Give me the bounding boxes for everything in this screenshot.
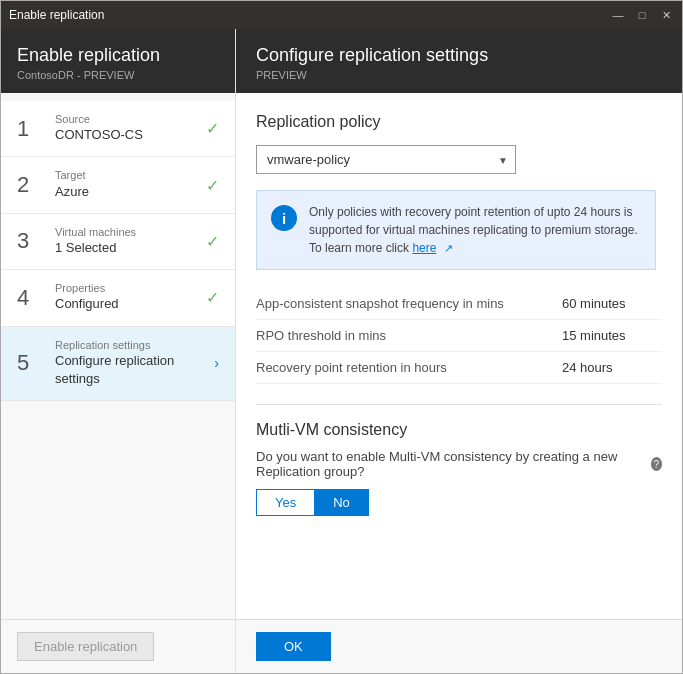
section-divider [256, 404, 662, 405]
info-icon: i [271, 205, 297, 231]
step-4-check-icon: ✓ [206, 288, 219, 307]
step-2-value: Azure [55, 183, 198, 201]
right-panel-title: Configure replication settings [256, 45, 662, 66]
replication-policy-title: Replication policy [256, 113, 662, 131]
steps-list: 1 Source CONTOSO-CS ✓ 2 Target Azure ✓ [1, 93, 235, 619]
info-box: i Only policies with recovery point rete… [256, 190, 656, 270]
right-footer: OK [236, 619, 682, 673]
right-panel: Configure replication settings PREVIEW R… [236, 29, 682, 673]
left-panel-subtitle: ContosoDR - PREVIEW [17, 69, 219, 81]
step-3-info: Virtual machines 1 Selected [55, 226, 198, 257]
step-4-label: Properties [55, 282, 198, 295]
no-button[interactable]: No [314, 489, 369, 516]
step-4-info: Properties Configured [55, 282, 198, 313]
close-button[interactable]: ✕ [658, 9, 674, 22]
titlebar-controls: — □ ✕ [610, 9, 674, 22]
multvm-question: Do you want to enable Multi-VM consisten… [256, 449, 662, 479]
step-2-target[interactable]: 2 Target Azure ✓ [1, 157, 235, 213]
step-5-info: Replication settings Configure replicati… [55, 339, 206, 389]
step-2-check-icon: ✓ [206, 176, 219, 195]
step-1-value: CONTOSO-CS [55, 126, 198, 144]
step-2-info: Target Azure [55, 169, 198, 200]
yes-button[interactable]: Yes [256, 489, 314, 516]
settings-table: App-consistent snapshot frequency in min… [256, 288, 662, 384]
step-3-number: 3 [17, 230, 45, 252]
settings-label-0: App-consistent snapshot frequency in min… [256, 296, 562, 311]
settings-label-1: RPO threshold in mins [256, 328, 562, 343]
left-header: Enable replication ContosoDR - PREVIEW [1, 29, 235, 93]
external-link-icon: ↗ [444, 242, 453, 254]
multvm-title: Mutli-VM consistency [256, 421, 662, 439]
step-5-label: Replication settings [55, 339, 206, 352]
settings-value-1: 15 minutes [562, 328, 662, 343]
step-4-properties[interactable]: 4 Properties Configured ✓ [1, 270, 235, 326]
step-1-label: Source [55, 113, 198, 126]
settings-value-0: 60 minutes [562, 296, 662, 311]
step-5-arrow-icon: › [214, 355, 219, 371]
multvm-question-text: Do you want to enable Multi-VM consisten… [256, 449, 645, 479]
step-5-value: Configure replication settings [55, 352, 206, 388]
step-5-replication-settings[interactable]: 5 Replication settings Configure replica… [1, 327, 235, 402]
info-text: Only policies with recovery point retent… [309, 203, 641, 257]
toggle-buttons: Yes No [256, 489, 662, 516]
step-2-label: Target [55, 169, 198, 182]
step-4-value: Configured [55, 295, 198, 313]
help-icon[interactable]: ? [651, 457, 662, 471]
left-panel: Enable replication ContosoDR - PREVIEW 1… [1, 29, 236, 673]
settings-label-2: Recovery point retention in hours [256, 360, 562, 375]
step-2-number: 2 [17, 174, 45, 196]
info-link[interactable]: here [412, 241, 436, 255]
settings-row-1: RPO threshold in mins 15 minutes [256, 320, 662, 352]
step-1-check-icon: ✓ [206, 119, 219, 138]
step-1-info: Source CONTOSO-CS [55, 113, 198, 144]
step-3-value: 1 Selected [55, 239, 198, 257]
step-3-check-icon: ✓ [206, 232, 219, 251]
step-3-virtual-machines[interactable]: 3 Virtual machines 1 Selected ✓ [1, 214, 235, 270]
step-3-label: Virtual machines [55, 226, 198, 239]
step-5-number: 5 [17, 352, 45, 374]
right-panel-subtitle: PREVIEW [256, 69, 662, 81]
left-footer: Enable replication [1, 619, 235, 673]
enable-replication-button[interactable]: Enable replication [17, 632, 154, 661]
maximize-button[interactable]: □ [634, 9, 650, 22]
step-4-number: 4 [17, 287, 45, 309]
window-body: Enable replication ContosoDR - PREVIEW 1… [1, 29, 682, 673]
replication-policy-dropdown-wrapper[interactable]: vmware-policy Default-VMware-Policy [256, 145, 516, 174]
titlebar-title: Enable replication [9, 8, 104, 22]
settings-row-2: Recovery point retention in hours 24 hou… [256, 352, 662, 384]
minimize-button[interactable]: — [610, 9, 626, 22]
main-window: Enable replication — □ ✕ Enable replicat… [0, 0, 683, 674]
right-header: Configure replication settings PREVIEW [236, 29, 682, 93]
step-1-source[interactable]: 1 Source CONTOSO-CS ✓ [1, 101, 235, 157]
ok-button[interactable]: OK [256, 632, 331, 661]
step-1-number: 1 [17, 118, 45, 140]
settings-row-0: App-consistent snapshot frequency in min… [256, 288, 662, 320]
titlebar: Enable replication — □ ✕ [1, 1, 682, 29]
left-panel-title: Enable replication [17, 45, 219, 66]
right-content: Replication policy vmware-policy Default… [236, 93, 682, 619]
settings-value-2: 24 hours [562, 360, 662, 375]
replication-policy-select[interactable]: vmware-policy Default-VMware-Policy [256, 145, 516, 174]
